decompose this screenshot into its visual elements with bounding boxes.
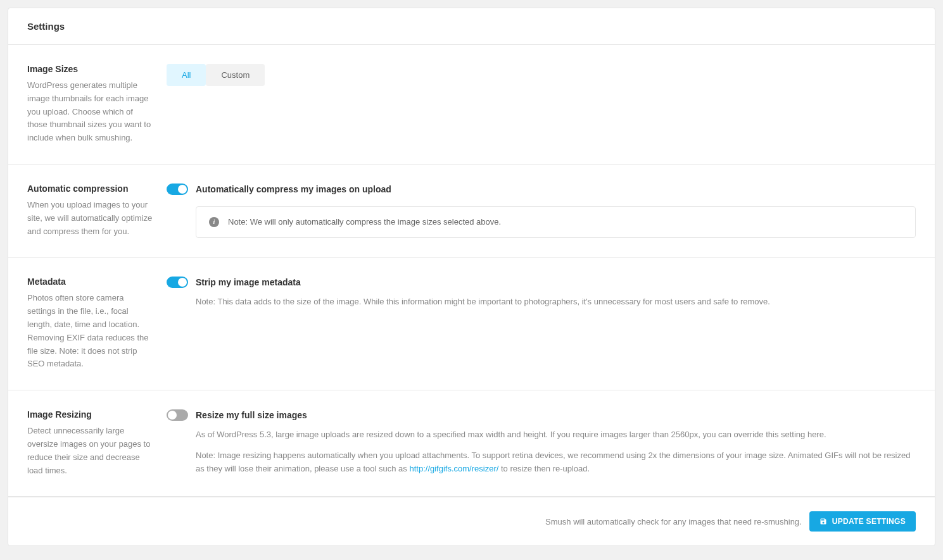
panel-header: Settings [8,8,935,45]
resizing-note-2: Note: Image resizing happens automatical… [196,449,916,476]
section-content-col: All Custom [167,64,916,145]
toggle-row: Automatically compress my images on uplo… [167,184,916,195]
metadata-note: Note: This data adds to the size of the … [196,296,916,309]
toggle-label: Resize my full size images [196,410,307,420]
section-image-resizing: Image Resizing Detect unnecessarily larg… [8,390,935,497]
section-title: Automatic compression [27,184,154,194]
section-heading-col: Image Resizing Detect unnecessarily larg… [27,409,167,477]
section-heading-col: Image Sizes WordPress generates multiple… [27,64,167,145]
image-resizing-toggle[interactable] [167,409,188,421]
update-settings-button[interactable]: UPDATE SETTINGS [809,511,916,532]
save-icon [820,518,827,525]
button-label: UPDATE SETTINGS [832,517,906,526]
section-content-col: Resize my full size images As of WordPre… [167,409,916,477]
gifgifs-link[interactable]: http://gifgifs.com/resizer/ [409,464,498,473]
section-automatic-compression: Automatic compression When you upload im… [8,165,935,258]
panel-footer: Smush will automatically check for any i… [8,497,935,545]
section-heading-col: Automatic compression When you upload im… [27,184,167,238]
section-title: Image Resizing [27,409,154,420]
section-title: Metadata [27,277,154,287]
section-content-col: Automatically compress my images on uplo… [167,184,916,238]
toggle-row: Resize my full size images [167,409,916,421]
section-image-sizes: Image Sizes WordPress generates multiple… [8,45,935,165]
section-description: Photos often store camera settings in th… [27,292,154,371]
note-box: i Note: We will only automatically compr… [196,206,916,238]
note-text: Note: We will only automatically compres… [228,217,501,227]
section-content-col: Strip my image metadata Note: This data … [167,277,916,371]
resizing-note2-after: to resize then re-upload. [498,464,590,473]
info-icon: i [209,217,219,227]
automatic-compression-toggle[interactable] [167,184,188,195]
section-description: WordPress generates multiple image thumb… [27,79,154,145]
tab-custom[interactable]: Custom [206,64,265,86]
section-heading-col: Metadata Photos often store camera setti… [27,277,167,371]
image-sizes-tabs: All Custom [167,64,265,86]
section-metadata: Metadata Photos often store camera setti… [8,258,935,390]
toggle-label: Strip my image metadata [196,277,301,287]
page-title: Settings [27,21,916,32]
footer-text: Smush will automatically check for any i… [545,517,802,526]
section-description: When you upload images to your site, we … [27,199,154,238]
resizing-note-1: As of WordPress 5.3, large image uploads… [196,428,916,442]
section-title: Image Sizes [27,64,154,74]
toggle-label: Automatically compress my images on uplo… [196,184,391,194]
metadata-toggle[interactable] [167,277,188,288]
section-description: Detect unnecessarily large oversize imag… [27,425,154,477]
toggle-row: Strip my image metadata [167,277,916,288]
settings-panel: Settings Image Sizes WordPress generates… [8,8,935,546]
tab-all[interactable]: All [167,64,206,86]
